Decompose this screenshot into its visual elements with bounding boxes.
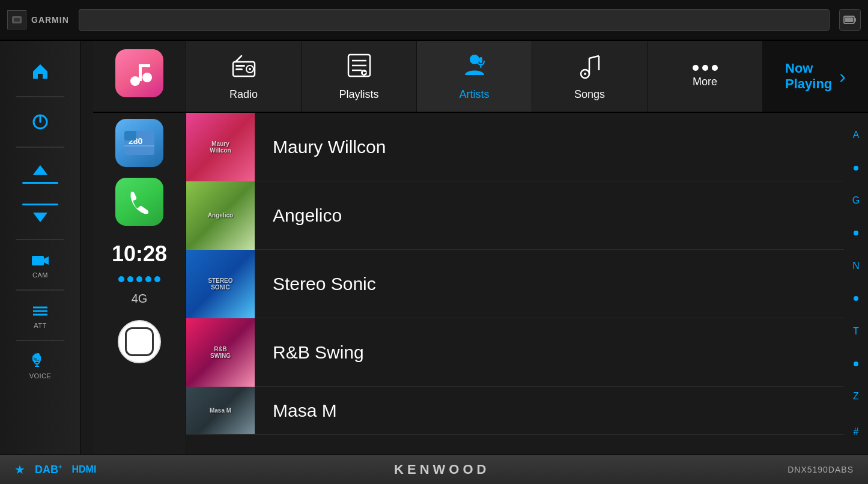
top-bar-left: GARMIN <box>7 10 69 29</box>
model-number: DNX5190DABS <box>788 465 854 474</box>
dot-4 <box>145 276 151 282</box>
radio-icon <box>231 52 257 83</box>
dot-1 <box>118 276 124 282</box>
dot-5 <box>154 276 160 282</box>
artist-row[interactable]: Angelico Angelico <box>186 181 844 250</box>
alpha-dot-4 <box>854 361 858 366</box>
app-icons-area <box>93 41 186 112</box>
right-panel: Radio Playlists <box>93 41 868 454</box>
att-label: ATT <box>34 322 46 329</box>
brand-name: KENWOOD <box>394 462 490 477</box>
svg-rect-7 <box>32 256 44 265</box>
bottom-bar: ★ DAB+ HDMI KENWOOD DNX5190DABS <box>0 454 868 484</box>
svg-rect-26 <box>235 68 243 70</box>
cam-label: CAM <box>32 271 48 279</box>
now-playing-arrow-icon: › <box>839 65 846 88</box>
svg-point-18 <box>130 76 140 86</box>
artist-name-masa: Masa M <box>255 401 337 421</box>
now-playing-label: NowPlaying <box>785 61 832 92</box>
svg-rect-25 <box>235 65 245 67</box>
radio-tab-label: Radio <box>229 88 258 101</box>
svg-rect-3 <box>845 17 853 22</box>
divider-3 <box>16 239 64 240</box>
tab-songs[interactable]: Songs <box>532 41 648 112</box>
alpha-z[interactable]: Z <box>853 392 859 401</box>
tab-artists[interactable]: Artists <box>417 41 532 112</box>
songs-icon <box>577 52 603 83</box>
songs-tab-label: Songs <box>574 88 605 101</box>
artists-tab-label: Artists <box>459 88 489 101</box>
down-button[interactable] <box>10 196 70 233</box>
artist-thumbnail-angelico: Angelico <box>186 181 255 250</box>
artist-name-rnb: R&B Swing <box>255 342 364 363</box>
phone-app-icon[interactable] <box>115 178 163 226</box>
garmin-icon <box>7 10 26 29</box>
svg-rect-1 <box>14 18 20 22</box>
artist-name-angelico: Angelico <box>255 205 342 226</box>
battery-icon <box>839 9 861 31</box>
svg-rect-21 <box>139 64 150 67</box>
device-frame: GARMIN <box>0 0 868 484</box>
dot-2 <box>127 276 133 282</box>
alpha-dot-2 <box>854 231 858 235</box>
artist-row[interactable]: MauryWillcon Maury Willcon <box>186 113 844 181</box>
bluetooth-icon: ★ <box>14 462 25 477</box>
svg-line-39 <box>589 56 599 58</box>
divider-2 <box>16 147 64 148</box>
power-button[interactable] <box>10 103 70 141</box>
alphabet-index: A G N T Z # <box>844 113 868 454</box>
hdmi-label: HDMI <box>71 464 96 475</box>
maps-app-icon[interactable]: 280 <box>115 119 163 167</box>
time-display: 10:28 <box>112 241 167 267</box>
voice-button[interactable]: VOICE <box>10 347 70 384</box>
att-button[interactable]: ATT <box>10 297 70 334</box>
alpha-dot-1 <box>854 166 858 171</box>
bottom-left: ★ DAB+ HDMI <box>14 462 96 477</box>
svg-rect-15 <box>37 353 40 360</box>
main-content: CAM ATT <box>0 41 868 454</box>
svg-marker-8 <box>44 256 49 265</box>
divider-1 <box>16 96 64 97</box>
svg-line-27 <box>235 56 241 62</box>
signal-dots <box>118 276 160 282</box>
playlists-icon <box>346 52 372 83</box>
cam-button[interactable]: CAM <box>10 246 70 283</box>
more-tab-label: More <box>693 76 717 88</box>
alpha-hash[interactable]: # <box>854 427 859 437</box>
top-bar: GARMIN <box>0 0 868 41</box>
artists-icon <box>461 52 488 83</box>
artist-row[interactable]: Masa M Masa M <box>186 387 844 435</box>
garmin-label: GARMIN <box>31 15 69 25</box>
artist-items: MauryWillcon Maury Willcon Angelico Ange… <box>186 113 844 454</box>
alpha-a[interactable]: A <box>853 130 860 140</box>
tab-bar: Radio Playlists <box>93 41 868 113</box>
dab-label: DAB+ <box>35 463 62 476</box>
ios-home-button[interactable] <box>118 320 161 363</box>
dot-3 <box>136 276 142 282</box>
alpha-t[interactable]: T <box>853 327 859 336</box>
artist-thumbnail-masa: Masa M <box>186 387 255 435</box>
artist-thumbnail-maury: MauryWillcon <box>186 113 255 181</box>
tab-radio[interactable]: Radio <box>186 41 302 112</box>
artist-list: 280 10:28 <box>93 113 868 454</box>
svg-rect-34 <box>479 57 482 63</box>
svg-point-24 <box>249 68 251 70</box>
up-button[interactable] <box>10 154 70 191</box>
alpha-g[interactable]: G <box>852 196 860 205</box>
playlists-tab-label: Playlists <box>339 88 378 101</box>
alpha-n[interactable]: N <box>852 261 860 271</box>
tab-now-playing[interactable]: NowPlaying › <box>763 41 868 112</box>
sidebar-lower: 280 10:28 <box>93 113 186 454</box>
music-app-icon[interactable] <box>115 49 163 97</box>
voice-label: VOICE <box>29 372 52 380</box>
artist-row[interactable]: STEREOSONIC Stereo Sonic <box>186 250 844 318</box>
home-button[interactable] <box>10 53 70 90</box>
divider-5 <box>16 340 64 341</box>
alpha-dot-3 <box>854 296 858 301</box>
artist-name-stereo: Stereo Sonic <box>255 274 376 294</box>
artist-row[interactable]: R&BSWING R&B Swing <box>186 318 844 387</box>
tab-playlists[interactable]: Playlists <box>302 41 417 112</box>
tab-more[interactable]: More <box>648 41 763 112</box>
left-controls: CAM ATT <box>0 41 81 454</box>
svg-point-19 <box>142 73 152 82</box>
